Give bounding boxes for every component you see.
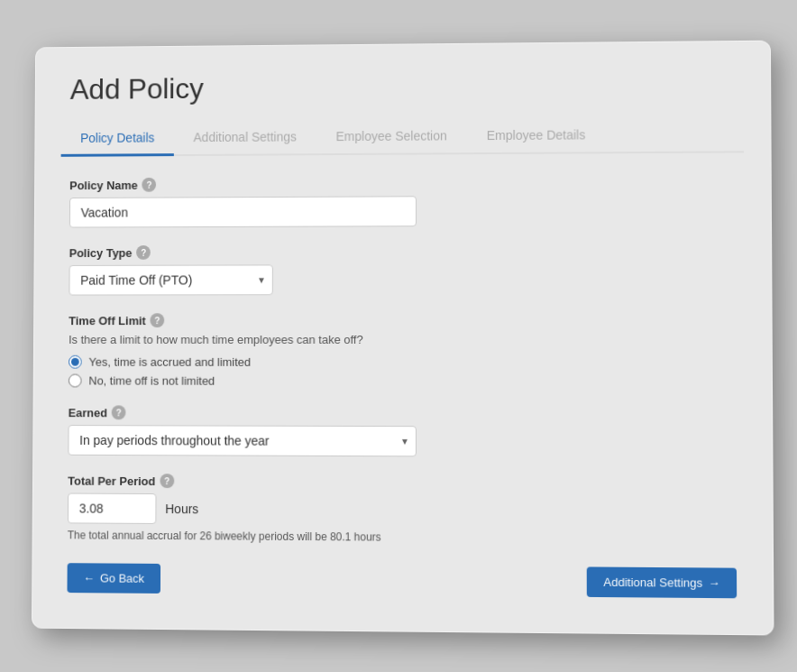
- radio-no-input[interactable]: [69, 373, 82, 387]
- time-off-limit-radio-group: Yes, time is accrued and limited No, tim…: [69, 354, 736, 388]
- total-per-period-label: Total Per Period ?: [68, 473, 736, 491]
- earned-help-icon[interactable]: ?: [112, 405, 126, 419]
- go-back-label: Go Back: [100, 571, 144, 585]
- radio-no-label: No, time off is not limited: [88, 373, 215, 387]
- button-row: ← Go Back Additional Settings →: [67, 563, 737, 598]
- accrual-note: The total annual accrual for 26 biweekly…: [68, 529, 737, 546]
- policy-name-group: Policy Name ?: [69, 174, 735, 227]
- radio-yes-input[interactable]: [69, 354, 82, 368]
- time-off-limit-label: Time Off Limit ?: [69, 312, 736, 327]
- per-period-unit: Hours: [165, 502, 198, 516]
- total-per-period-input[interactable]: [68, 492, 157, 523]
- policy-name-input[interactable]: [69, 196, 417, 227]
- go-back-button[interactable]: ← Go Back: [67, 563, 160, 594]
- back-arrow-icon: ←: [83, 571, 95, 585]
- additional-settings-button[interactable]: Additional Settings →: [587, 566, 737, 598]
- policy-type-select-wrapper: Paid Time Off (PTO) Unpaid Time Off Sick…: [69, 264, 272, 295]
- time-off-limit-group: Time Off Limit ? Is there a limit to how…: [69, 312, 736, 388]
- tab-employee-selection[interactable]: Employee Selection: [316, 119, 467, 155]
- next-arrow-icon: →: [708, 575, 719, 589]
- page-title: Add Policy: [61, 68, 744, 106]
- tab-policy-details[interactable]: Policy Details: [61, 121, 174, 156]
- earned-label: Earned ?: [69, 405, 737, 421]
- time-off-limit-question: Is there a limit to how much time employ…: [69, 332, 736, 345]
- policy-type-help-icon[interactable]: ?: [136, 244, 151, 259]
- tabs-bar: Policy Details Additional Settings Emplo…: [61, 117, 744, 157]
- main-window: Add Policy Policy Details Additional Set…: [32, 40, 774, 635]
- earned-group: Earned ? In pay periods throughout the y…: [68, 405, 736, 457]
- policy-type-group: Policy Type ? Paid Time Off (PTO) Unpaid…: [69, 244, 735, 295]
- policy-name-help-icon[interactable]: ?: [142, 177, 157, 191]
- earned-select-wrapper: In pay periods throughout the year At th…: [68, 425, 417, 456]
- additional-settings-label: Additional Settings: [603, 575, 702, 589]
- per-period-row: Hours: [68, 492, 737, 527]
- policy-type-label: Policy Type ?: [69, 244, 736, 260]
- tab-employee-details[interactable]: Employee Details: [467, 118, 606, 154]
- earned-select[interactable]: In pay periods throughout the year At th…: [68, 425, 417, 456]
- policy-name-label: Policy Name ?: [69, 174, 735, 192]
- total-per-period-help-icon[interactable]: ?: [160, 474, 174, 488]
- time-off-limit-help-icon[interactable]: ?: [151, 313, 165, 327]
- total-per-period-group: Total Per Period ? Hours The total annua…: [68, 473, 737, 546]
- form-body: Policy Name ? Policy Type ? Paid Time Of…: [59, 174, 747, 598]
- radio-yes-item[interactable]: Yes, time is accrued and limited: [69, 354, 736, 369]
- policy-type-select[interactable]: Paid Time Off (PTO) Unpaid Time Off Sick…: [69, 264, 272, 295]
- radio-yes-label: Yes, time is accrued and limited: [88, 354, 251, 368]
- radio-no-item[interactable]: No, time off is not limited: [69, 373, 736, 388]
- tab-additional-settings[interactable]: Additional Settings: [174, 120, 316, 156]
